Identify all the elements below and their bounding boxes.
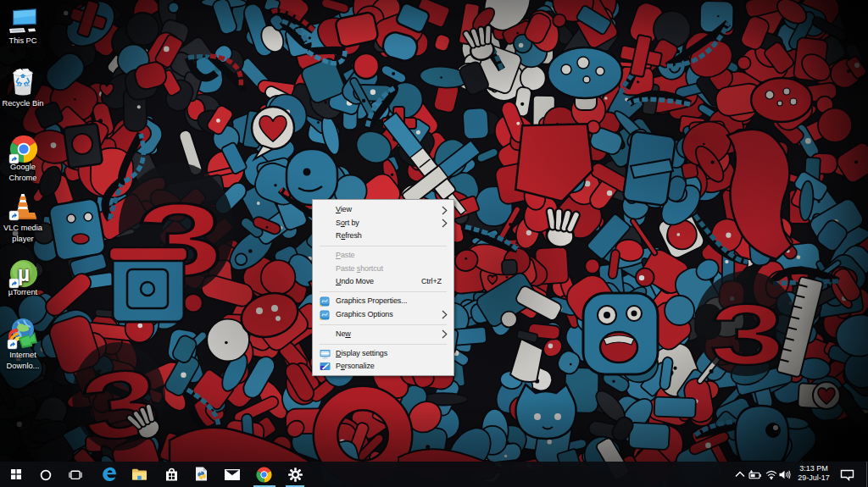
- svg-text:µ: µ: [18, 262, 30, 285]
